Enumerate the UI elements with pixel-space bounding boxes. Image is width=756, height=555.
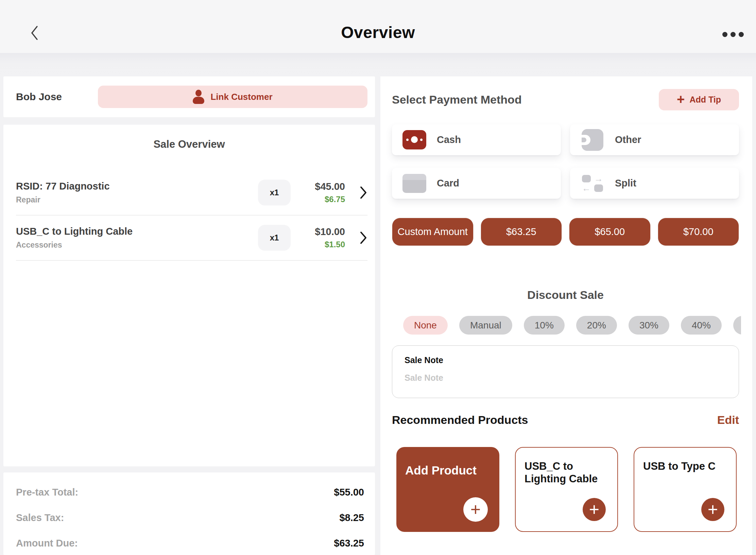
item-tax: $6.75 (293, 195, 345, 204)
pretax-total-row: Pre-tax Total: $55.00 (16, 487, 364, 498)
payment-method-card[interactable]: Card (392, 168, 561, 199)
pos-overview-screen: Overview Bob Jose Link Customer Sale Ove… (0, 0, 756, 555)
total-value: $8.25 (339, 512, 364, 523)
sale-overview-card: Sale Overview RSID: 77 Diagnostic Repair… (3, 125, 375, 466)
discount-pill-10[interactable]: 10% (524, 316, 565, 335)
product-card[interactable]: USB_C to Lighting Cable + (515, 447, 618, 532)
discount-pill-manual[interactable]: Manual (459, 316, 512, 335)
total-label: Sales Tax: (16, 512, 64, 523)
custom-amount-button[interactable]: Custom Amount (392, 218, 474, 246)
cash-icon (402, 130, 426, 149)
total-value: $55.00 (334, 487, 364, 498)
discount-pill-20[interactable]: 20% (576, 316, 617, 335)
more-options-button[interactable] (720, 29, 746, 40)
amount-button[interactable]: $70.00 (658, 218, 739, 246)
recommended-products-row: Add Product + USB_C to Lighting Cable + … (396, 447, 739, 532)
header-shadow (0, 53, 756, 76)
customer-card: Bob Jose Link Customer (3, 76, 375, 117)
payment-panel: Select Payment Method + Add Tip Cash Oth… (380, 76, 752, 555)
discount-options-row: None Manual 10% 20% 30% 40% (403, 316, 741, 335)
link-customer-label: Link Customer (210, 92, 272, 102)
product-title: USB_C to Lighting Cable (516, 448, 617, 485)
sale-item-row[interactable]: RSID: 77 Diagnostic Repair x1 $45.00 $6.… (16, 170, 367, 215)
item-category: Repair (16, 195, 258, 204)
sale-overview-title: Sale Overview (3, 125, 375, 150)
amount-due-row: Amount Due: $63.25 (16, 538, 364, 549)
sale-note-label: Sale Note (405, 355, 739, 365)
discount-pill-clipped[interactable] (733, 316, 741, 335)
item-tax: $1.50 (293, 240, 345, 249)
discount-pill-none[interactable]: None (403, 316, 448, 335)
amount-button[interactable]: $65.00 (569, 218, 651, 246)
plus-icon[interactable]: + (701, 498, 724, 521)
link-customer-button[interactable]: Link Customer (98, 86, 367, 108)
item-name: RSID: 77 Diagnostic (16, 181, 258, 192)
quantity-badge[interactable]: x1 (258, 225, 291, 251)
sales-tax-row: Sales Tax: $8.25 (16, 512, 364, 523)
plus-icon[interactable]: + (583, 498, 606, 521)
total-value: $63.25 (334, 538, 364, 549)
person-icon (193, 90, 204, 104)
payment-method-label: Card (437, 178, 459, 189)
split-icon: → ← (582, 175, 603, 192)
recommended-products-title: Recommended Products (392, 413, 528, 427)
sale-item-row[interactable]: USB_C to Lighting Cable Accessories x1 $… (16, 215, 367, 261)
item-name: USB_C to Lighting Cable (16, 226, 258, 237)
product-title: Add Product (396, 447, 499, 478)
wallet-icon (582, 129, 603, 151)
payment-section-title: Select Payment Method (392, 93, 522, 106)
discount-pill-40[interactable]: 40% (681, 316, 722, 335)
credit-card-icon (402, 174, 426, 193)
totals-card: Pre-tax Total: $55.00 Sales Tax: $8.25 A… (3, 472, 375, 555)
payment-method-other[interactable]: Other (570, 124, 739, 155)
item-category: Accessories (16, 240, 258, 250)
sale-note-placeholder: Sale Note (405, 373, 739, 383)
chevron-right-icon (345, 186, 367, 199)
sale-note-input[interactable]: Sale Note Sale Note (392, 345, 739, 398)
payment-methods-grid: Cash Other Card → ← Split (392, 124, 739, 199)
chevron-right-icon (345, 231, 367, 245)
product-card[interactable]: USB to Type C + (634, 447, 737, 532)
ellipsis-icon (722, 32, 727, 37)
amount-button[interactable]: $63.25 (481, 218, 562, 246)
item-price: $10.00 (293, 226, 345, 237)
payment-method-label: Cash (437, 134, 461, 145)
total-label: Amount Due: (16, 538, 78, 549)
quantity-badge[interactable]: x1 (258, 180, 291, 205)
page-title: Overview (0, 23, 756, 42)
discount-section-title: Discount Sale (392, 288, 739, 302)
item-price: $45.00 (293, 181, 345, 192)
add-tip-label: Add Tip (689, 95, 721, 105)
payment-method-split[interactable]: → ← Split (570, 168, 739, 199)
total-label: Pre-tax Total: (16, 487, 78, 498)
plus-icon: + (677, 92, 685, 106)
payment-method-cash[interactable]: Cash (392, 124, 561, 155)
payment-method-label: Split (615, 178, 636, 189)
discount-pill-30[interactable]: 30% (629, 316, 669, 335)
product-title: USB to Type C (634, 448, 736, 472)
add-tip-button[interactable]: + Add Tip (659, 89, 739, 110)
edit-button[interactable]: Edit (717, 413, 739, 427)
plus-icon[interactable]: + (463, 497, 488, 522)
add-product-card[interactable]: Add Product + (396, 447, 499, 532)
sale-items-list: RSID: 77 Diagnostic Repair x1 $45.00 $6.… (3, 170, 375, 261)
quick-amounts-row: Custom Amount $63.25 $65.00 $70.00 (392, 218, 739, 246)
customer-name: Bob Jose (16, 91, 62, 103)
payment-method-label: Other (615, 134, 641, 145)
